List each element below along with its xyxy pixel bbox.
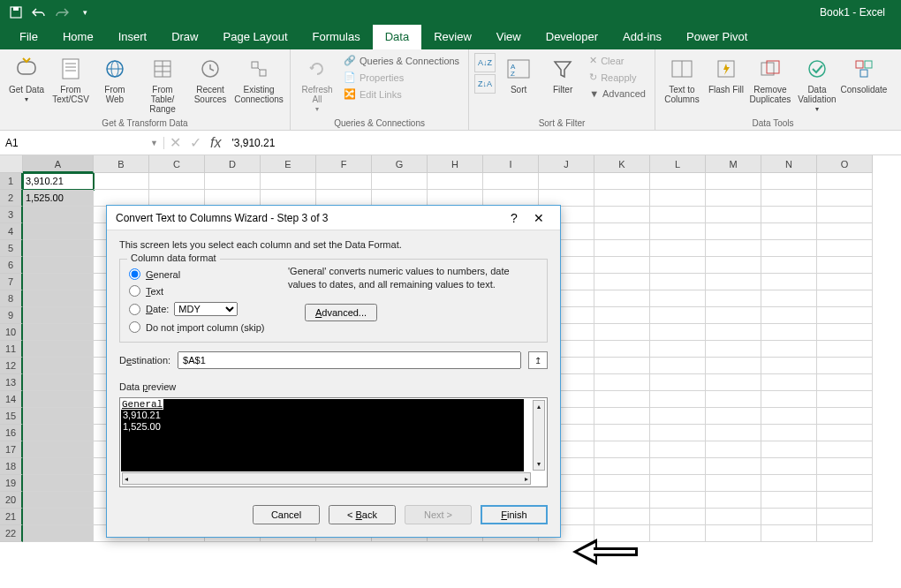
cell[interactable]: [650, 374, 706, 391]
col-header-e[interactable]: E: [261, 155, 316, 173]
col-header-f[interactable]: F: [316, 155, 372, 173]
col-header-o[interactable]: O: [817, 155, 873, 173]
cell[interactable]: [650, 240, 706, 257]
cell[interactable]: [594, 257, 650, 274]
get-data-button[interactable]: Get Data▾: [5, 53, 48, 116]
cell[interactable]: [23, 223, 94, 240]
cell[interactable]: [594, 290, 650, 307]
tab-formulas[interactable]: Formulas: [300, 25, 373, 49]
cell[interactable]: [594, 173, 650, 190]
cell[interactable]: [706, 525, 761, 542]
tab-review[interactable]: Review: [421, 25, 484, 49]
cell[interactable]: [23, 358, 94, 374]
filter-button[interactable]: Filter: [541, 53, 584, 101]
cell[interactable]: [817, 257, 873, 274]
undo-icon[interactable]: [28, 3, 49, 22]
help-button[interactable]: ?: [502, 211, 526, 225]
cell[interactable]: [23, 290, 94, 307]
cell[interactable]: [706, 425, 761, 441]
sort-button[interactable]: AZSort: [497, 53, 540, 101]
cell[interactable]: [650, 509, 706, 525]
cell[interactable]: [650, 290, 706, 307]
col-header-l[interactable]: L: [650, 155, 706, 173]
cell[interactable]: [706, 441, 761, 458]
cell[interactable]: [817, 425, 873, 441]
cell[interactable]: [483, 173, 539, 190]
data-validation-button[interactable]: Data Validation▾: [793, 53, 841, 116]
cancel-button[interactable]: Cancel: [253, 505, 320, 524]
tab-insert[interactable]: Insert: [106, 25, 160, 49]
cell[interactable]: 3,910.21: [23, 173, 94, 190]
cell[interactable]: [817, 441, 873, 458]
cell[interactable]: [650, 341, 706, 358]
cell[interactable]: [23, 257, 94, 274]
cell[interactable]: [817, 307, 873, 324]
radio-text[interactable]: Text: [129, 285, 279, 297]
cell[interactable]: [817, 374, 873, 391]
cell[interactable]: [594, 475, 650, 492]
destination-input[interactable]: [178, 351, 521, 369]
range-picker-button[interactable]: ↥: [528, 351, 548, 369]
cell[interactable]: [23, 425, 94, 441]
cell[interactable]: [23, 207, 94, 223]
cell[interactable]: 1,525.00: [23, 190, 94, 207]
row-header[interactable]: 11: [0, 341, 23, 358]
existing-connections-button[interactable]: Existing Connections: [233, 53, 284, 116]
cell[interactable]: [650, 391, 706, 408]
cell[interactable]: [817, 391, 873, 408]
cell[interactable]: [23, 408, 94, 425]
cell[interactable]: [594, 307, 650, 324]
cell[interactable]: [706, 257, 761, 274]
cell[interactable]: [650, 257, 706, 274]
row-header[interactable]: 18: [0, 458, 23, 475]
queries-connections-button[interactable]: 🔗Queries & Connections: [340, 53, 463, 68]
consolidate-button[interactable]: Consolidate: [843, 53, 885, 116]
refresh-all-button[interactable]: Refresh All▾: [296, 53, 338, 116]
sort-desc-button[interactable]: Z↓A: [474, 74, 496, 94]
cell[interactable]: [706, 274, 761, 290]
tab-addins[interactable]: Add-ins: [610, 25, 674, 49]
cell[interactable]: [761, 207, 817, 223]
cell[interactable]: [594, 509, 650, 525]
save-icon[interactable]: [5, 3, 26, 22]
cell[interactable]: [817, 341, 873, 358]
cell[interactable]: [594, 492, 650, 509]
row-header[interactable]: 22: [0, 525, 23, 542]
cell[interactable]: [761, 475, 817, 492]
row-header[interactable]: 4: [0, 223, 23, 240]
cell[interactable]: [149, 173, 205, 190]
properties-button[interactable]: 📄Properties: [340, 70, 463, 85]
select-all-corner[interactable]: [0, 155, 23, 173]
cell[interactable]: [761, 441, 817, 458]
cell[interactable]: [817, 223, 873, 240]
cell[interactable]: [817, 475, 873, 492]
cell[interactable]: [706, 223, 761, 240]
col-header-g[interactable]: G: [372, 155, 428, 173]
cell[interactable]: [706, 509, 761, 525]
cell[interactable]: [817, 324, 873, 341]
cell[interactable]: [594, 240, 650, 257]
cell[interactable]: [23, 492, 94, 509]
cell[interactable]: [817, 190, 873, 207]
next-button[interactable]: Next >: [405, 505, 472, 524]
cell[interactable]: [817, 458, 873, 475]
cell[interactable]: [23, 341, 94, 358]
cell[interactable]: [650, 207, 706, 223]
cell[interactable]: [817, 358, 873, 374]
from-text-csv-button[interactable]: From Text/CSV: [49, 53, 92, 116]
col-header-i[interactable]: I: [483, 155, 539, 173]
cell[interactable]: [817, 207, 873, 223]
cell[interactable]: [650, 223, 706, 240]
cell[interactable]: [706, 307, 761, 324]
row-header[interactable]: 13: [0, 374, 23, 391]
cell[interactable]: [706, 207, 761, 223]
row-header[interactable]: 6: [0, 257, 23, 274]
cell[interactable]: [594, 324, 650, 341]
remove-duplicates-button[interactable]: Remove Duplicates: [749, 53, 791, 116]
cell[interactable]: [706, 391, 761, 408]
cell[interactable]: [761, 173, 817, 190]
cell[interactable]: [650, 307, 706, 324]
cell[interactable]: [261, 173, 316, 190]
cell[interactable]: [594, 223, 650, 240]
cell[interactable]: [817, 173, 873, 190]
